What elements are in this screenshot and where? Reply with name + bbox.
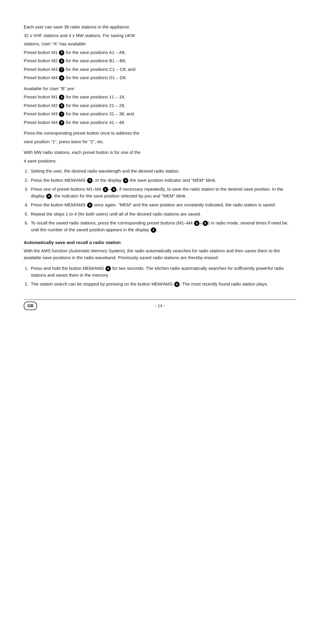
steps-list: Setting the user, the desired radio wave… [30, 168, 296, 233]
icon-5-a1: 5 [59, 50, 64, 55]
auto-para1: With the AMS function (Automatic Memory … [24, 248, 296, 261]
intro-line2: 32 x VHF stations and 4 x MW stations. F… [24, 32, 296, 39]
icon-9-auto1: 9 [105, 266, 111, 271]
press-note2: save position "1", press twice for "2", … [24, 138, 296, 145]
icon-6-b2: 6 [59, 103, 64, 109]
preset-b1-line: Preset button M1 5 for the save position… [24, 94, 296, 101]
preset-a4-line: Preset button M4 8 for the save position… [24, 74, 296, 81]
icon-8-step6: 8 [203, 221, 208, 226]
preset-b3-line: Preset button M3 7 for the save position… [24, 111, 296, 117]
icon-7-a3: 7 [59, 67, 64, 72]
step-5: Repeat the steps 1 to 4 (for both users)… [30, 211, 296, 218]
icon-4-step2: 4 [123, 178, 128, 183]
auto-heading: Automatically save and recall a radio st… [24, 239, 296, 246]
footer: GB - 14 - [24, 299, 296, 309]
icon-7-b3: 7 [59, 111, 64, 117]
auto-step-2: The station search can be stopped by pre… [30, 281, 296, 288]
mw-note: With MW radio stations, each preset butt… [24, 149, 296, 156]
icon-9-step4: 9 [87, 203, 92, 208]
preset-a3-line: Preset button M3 7 for the save position… [24, 66, 296, 73]
icon-8-step3: 8 [111, 187, 116, 192]
preset-a2-line: Preset button M2 6 for the save position… [24, 58, 296, 64]
icon-6-a2: 6 [59, 58, 64, 64]
icon-8-b4: 8 [59, 120, 64, 125]
content-area: Each user can save 36 radio stations in … [24, 24, 296, 309]
icon-5-b1: 5 [59, 95, 64, 100]
preset-b4-line: Preset button M4 8 for the save position… [24, 119, 296, 126]
page-number: - 14 - [155, 303, 165, 309]
icon-5-step6: 5 [194, 221, 199, 226]
step-4: Press the button MEM/AMS 9 once again. "… [30, 202, 296, 208]
icon-5-step3: 5 [103, 187, 108, 192]
icon-9-step2: 9 [87, 178, 92, 183]
preset-b2-line: Preset button M2 6 for the save position… [24, 102, 296, 109]
mw-note2: 4 save positions. [24, 158, 296, 165]
intro-line1: Each user can save 36 radio stations in … [24, 24, 296, 31]
preset-a1-line: Preset button M1 5 for the save position… [24, 49, 296, 56]
icon-4-step6: 4 [151, 227, 156, 233]
gb-badge: GB [24, 302, 37, 310]
icon-8-a4: 8 [59, 75, 64, 81]
icon-9-auto2: 9 [174, 282, 180, 287]
auto-step-1: Press and hold the button MEM/AMS 9 for … [30, 265, 296, 278]
user-b-intro: Available for User "B" are: [24, 85, 296, 92]
intro-line3: stations, User "A" has available: [24, 41, 296, 47]
step-3: Press one of preset buttons M1–M4 5–8, i… [30, 186, 296, 199]
step-2: Press the button MEM/AMS 9. In the displ… [30, 177, 296, 184]
step-6: To recall the saved radio stations, pres… [30, 220, 296, 233]
icon-4-step3: 4 [46, 194, 52, 199]
auto-steps-list: Press and hold the button MEM/AMS 9 for … [30, 265, 296, 288]
step-1: Setting the user, the desired radio wave… [30, 168, 296, 175]
press-note: Press the corresponding preset button on… [24, 130, 296, 137]
